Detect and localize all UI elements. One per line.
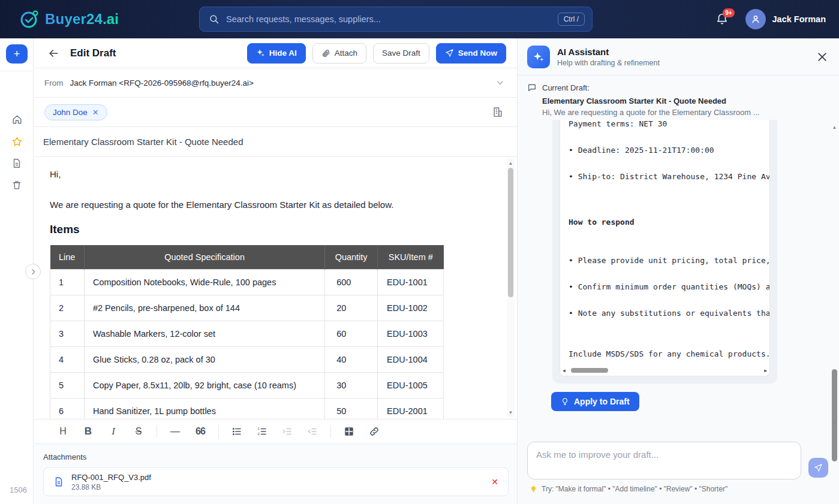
body-scrollbar[interactable]: ▲ ▼	[507, 158, 515, 418]
scrollbar-thumb[interactable]	[832, 369, 837, 461]
notifications-button[interactable]: 9+	[715, 13, 729, 26]
insert-link-button[interactable]	[367, 424, 381, 439]
blockquote-button[interactable]: 66	[193, 424, 208, 439]
outdent-button[interactable]	[305, 424, 320, 439]
scroll-right-icon[interactable]: ▶	[764, 368, 767, 373]
draft-line: Include MSDS/SDS for any chemical produc…	[569, 349, 770, 359]
arrow-left-icon	[47, 47, 59, 59]
ai-suggestions-row: Try: "Make it formal" • "Add timeline" •…	[530, 485, 727, 493]
brand-name: Buyer24	[45, 11, 103, 27]
col-header-sku: SKU/Item #	[378, 245, 444, 269]
remove-recipient-icon[interactable]: ✕	[92, 108, 99, 117]
insert-table-button[interactable]	[342, 424, 356, 439]
items-table: Line Quoted Specification Quantity SKU/I…	[50, 245, 444, 419]
scrollbar-thumb[interactable]	[508, 168, 513, 297]
attachment-item[interactable]: RFQ-001_RFQ_V3.pdf 23.88 KB ✕	[43, 467, 509, 496]
brand-logo[interactable]: Buyer24.ai	[19, 9, 119, 29]
sidebar-item-drafts[interactable]	[11, 158, 22, 169]
trash-icon	[11, 179, 22, 191]
recipient-chip[interactable]: John Doe ✕	[44, 104, 107, 120]
link-icon	[369, 426, 380, 437]
ai-message-area: Payment terms: NET 30 • Deadline: 2025-1…	[518, 120, 839, 429]
apply-to-draft-button[interactable]: Apply to Draft	[551, 392, 639, 411]
numbered-list-icon: 12	[257, 426, 267, 437]
table-row: 3Washable Markers, 12-color set60EDU-100…	[50, 321, 444, 346]
send-now-button[interactable]: Send Now	[436, 43, 506, 64]
italic-button[interactable]: I	[106, 424, 121, 439]
from-row[interactable]: From Jack Forman <RFQ-2026-095968@rfq.bu…	[34, 68, 517, 98]
ai-prompt-input[interactable]	[527, 442, 801, 479]
back-button[interactable]	[45, 45, 62, 62]
remove-attachment-button[interactable]: ✕	[491, 477, 498, 487]
scroll-up-icon[interactable]: ▲	[831, 123, 838, 131]
items-heading: Items	[50, 223, 493, 236]
search-icon	[209, 14, 219, 25]
new-request-button[interactable]: +	[6, 44, 28, 64]
draft-editor: Edit Draft Hide AI Attach Save Draft Sen…	[34, 38, 517, 504]
scroll-down-icon[interactable]: ▼	[831, 419, 838, 427]
draft-line: • Deadline: 2025-11-21T17:00:00	[569, 146, 714, 155]
global-search[interactable]: Ctrl /	[199, 7, 593, 32]
strikethrough-button[interactable]: S	[131, 424, 146, 439]
ai-sparkle-badge	[527, 46, 550, 68]
hide-ai-button[interactable]: Hide AI	[247, 43, 306, 64]
ai-panel-title: AI Assistant	[557, 47, 660, 57]
horizontal-rule-button[interactable]: —	[168, 424, 182, 439]
items-table-header: Line Quoted Specification Quantity SKU/I…	[50, 245, 444, 269]
recipient-name: John Doe	[53, 108, 88, 117]
body-greeting: Hi,	[50, 169, 493, 179]
scroll-down-icon[interactable]: ▼	[507, 409, 515, 417]
heading-button[interactable]: H	[56, 424, 70, 439]
table-row: 4Glue Sticks, 0.28 oz, pack of 3040EDU-1…	[50, 346, 444, 372]
user-name: Jack Forman	[772, 14, 826, 24]
notification-badge: 9+	[723, 8, 734, 17]
scroll-left-icon[interactable]: ◀	[563, 368, 566, 373]
clock-logo-icon	[19, 9, 40, 29]
formatting-toolbar: H B I S — 66 12	[34, 419, 517, 443]
scroll-up-icon[interactable]: ▲	[507, 159, 515, 167]
close-ai-panel-button[interactable]	[816, 51, 828, 63]
attach-button[interactable]: Attach	[312, 43, 366, 64]
subject-field[interactable]: Elementary Classroom Starter Kit - Quote…	[34, 127, 517, 157]
draft-line: • Confirm minimum order quantities (MOQs…	[569, 282, 770, 292]
scrollbar-thumb[interactable]	[571, 368, 608, 373]
email-body-editor[interactable]: Hi, We are requesting a quote for the El…	[34, 157, 517, 419]
company-directory-button[interactable]	[492, 106, 504, 118]
brand-suffix: .ai	[103, 11, 119, 27]
app-root: Buyer24.ai Ctrl / 9+ Ja	[0, 0, 839, 504]
lightbulb-icon	[530, 485, 537, 493]
attachment-name: RFQ-001_RFQ_V3.pdf	[71, 473, 151, 482]
table-row: 5Copy Paper, 8.5x11, 20lb, 92 bright, ca…	[50, 372, 444, 398]
search-input[interactable]	[226, 14, 551, 24]
numbered-list-button[interactable]: 12	[255, 424, 269, 439]
ai-message-bubble: Payment terms: NET 30 • Deadline: 2025-1…	[552, 120, 777, 384]
collapse-panel-toggle[interactable]	[25, 264, 41, 279]
chevron-down-icon[interactable]	[495, 78, 505, 87]
ai-panel-scrollbar[interactable]: ▲ ▼	[831, 120, 838, 429]
current-draft-label: Current Draft:	[542, 83, 590, 92]
indent-button[interactable]	[280, 424, 294, 439]
ai-send-button[interactable]	[808, 458, 828, 478]
bold-button[interactable]: B	[81, 424, 95, 439]
col-header-qty: Quantity	[325, 245, 378, 269]
horizontal-scrollbar[interactable]: ◀ ▶	[563, 367, 767, 374]
sidebar-item-home[interactable]	[11, 114, 23, 125]
sidebar-item-starred[interactable]	[11, 136, 23, 147]
draft-line: Payment terms: NET 30	[569, 120, 667, 129]
svg-text:1: 1	[258, 427, 260, 430]
attachment-size: 23.88 KB	[71, 483, 151, 491]
chat-bubble-icon	[527, 83, 537, 92]
ai-suggestions-text: Try: "Make it formal" • "Add timeline" •…	[542, 485, 727, 493]
bullet-list-button[interactable]	[230, 424, 244, 439]
user-menu[interactable]: Jack Forman	[745, 9, 826, 29]
save-draft-button[interactable]: Save Draft	[373, 43, 429, 64]
draft-code-block[interactable]: Payment terms: NET 30 • Deadline: 2025-1…	[560, 120, 770, 376]
draft-line: • Ship-to: District Warehouse, 1234 Pine…	[569, 172, 770, 182]
toolbar-divider	[330, 425, 331, 438]
sidebar-item-trash[interactable]	[11, 179, 22, 191]
current-draft-preview: Hi, We are requesting a quote for the El…	[542, 108, 829, 117]
svg-text:2: 2	[258, 432, 260, 436]
sparkle-icon	[256, 49, 265, 58]
page-title: Edit Draft	[70, 47, 116, 59]
avatar	[745, 9, 766, 29]
